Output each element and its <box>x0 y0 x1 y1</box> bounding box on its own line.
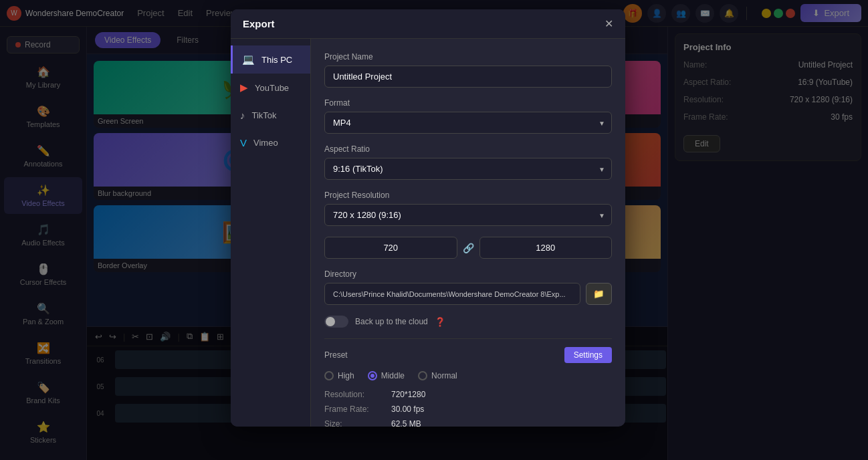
project-name-label: Project Name <box>324 52 612 62</box>
width-input[interactable] <box>324 237 457 259</box>
radio-middle[interactable]: Middle <box>368 371 405 380</box>
radio-normal[interactable]: Normal <box>418 371 457 380</box>
form-format: Format MP4 MOV AVI <box>324 98 612 134</box>
radio-middle-circle <box>368 371 377 380</box>
form-project-name: Project Name <box>324 52 612 88</box>
form-dimensions: 🔗 <box>324 237 612 259</box>
aspect-ratio-select[interactable]: 9:16 (TikTok) 16:9 (YouTube) 1:1 <box>324 158 612 180</box>
dialog-sidebar: 💻 This PC ▶ YouTube ♪ TikTok V Vimeo <box>231 39 311 427</box>
form-aspect-ratio: Aspect Ratio 9:16 (TikTok) 16:9 (YouTube… <box>324 144 612 180</box>
format-select-wrapper: MP4 MOV AVI <box>324 112 612 134</box>
aspect-ratio-select-wrapper: 9:16 (TikTok) 16:9 (YouTube) 1:1 <box>324 158 612 180</box>
resolution-info-value: 720*1280 <box>391 390 425 399</box>
directory-input[interactable] <box>324 283 580 305</box>
dialog-close-button[interactable]: ✕ <box>605 17 613 30</box>
dimension-row: 🔗 <box>324 237 612 259</box>
dialog-main-form: Project Name Format MP4 MOV AVI <box>311 39 625 427</box>
dialog-body: 💻 This PC ▶ YouTube ♪ TikTok V Vimeo <box>231 39 625 427</box>
toggle-knob <box>326 317 335 326</box>
size-info-value: 62.5 MB <box>391 419 421 427</box>
form-directory: Directory 📁 <box>324 269 612 305</box>
directory-label: Directory <box>324 269 612 279</box>
project-name-input[interactable] <box>324 66 612 88</box>
info-frame-rate-row: Frame Rate: 30.00 fps <box>324 405 612 414</box>
directory-row: 📁 <box>324 283 612 305</box>
radio-high[interactable]: High <box>324 371 354 380</box>
height-input[interactable] <box>479 237 613 259</box>
backup-label: Back up to the cloud <box>355 317 428 326</box>
radio-high-circle <box>324 371 334 380</box>
size-info-label: Size: <box>324 419 391 427</box>
format-label: Format <box>324 98 612 108</box>
radio-middle-label: Middle <box>381 371 405 380</box>
export-dialog: Export ✕ 💻 This PC ▶ YouTube ♪ TikTok <box>231 9 625 427</box>
help-icon[interactable]: ❓ <box>435 317 445 327</box>
frame-rate-info-value: 30.00 fps <box>391 405 424 414</box>
radio-normal-circle <box>418 371 427 380</box>
form-resolution: Project Resolution 720 x 1280 (9:16) 108… <box>324 191 612 226</box>
tiktok-icon: ♪ <box>240 110 245 121</box>
settings-button[interactable]: Settings <box>564 347 612 363</box>
preset-header: Preset Settings <box>324 347 612 363</box>
resolution-label: Project Resolution <box>324 191 612 200</box>
radio-normal-label: Normal <box>431 371 457 380</box>
link-dimensions-icon[interactable]: 🔗 <box>463 243 474 253</box>
resolution-select[interactable]: 720 x 1280 (9:16) 1080 x 1920 (9:16) <box>324 204 612 226</box>
backup-toggle[interactable] <box>324 316 348 328</box>
aspect-ratio-label: Aspect Ratio <box>324 144 612 154</box>
info-size-row: Size: 62.5 MB <box>324 419 612 427</box>
info-resolution-row: Resolution: 720*1280 <box>324 390 612 399</box>
preset-label: Preset <box>324 350 348 360</box>
backup-row: Back up to the cloud ❓ <box>324 316 612 328</box>
dialog-nav-this-pc[interactable]: 💻 This PC <box>231 45 310 74</box>
dialog-title: Export <box>243 18 275 29</box>
dialog-nav-youtube[interactable]: ▶ YouTube <box>231 74 310 102</box>
format-select[interactable]: MP4 MOV AVI <box>324 112 612 134</box>
form-preset: Preset Settings High Middle <box>324 347 612 427</box>
dialog-nav-vimeo[interactable]: V Vimeo <box>231 129 310 156</box>
frame-rate-info-label: Frame Rate: <box>324 405 391 414</box>
resolution-info-label: Resolution: <box>324 390 391 399</box>
youtube-icon: ▶ <box>240 82 248 94</box>
preset-radio-group: High Middle Normal <box>324 371 612 380</box>
radio-high-label: High <box>338 371 354 380</box>
vimeo-icon: V <box>240 137 247 148</box>
form-divider <box>324 338 612 339</box>
this-pc-icon: 💻 <box>242 53 255 66</box>
dialog-nav-tiktok[interactable]: ♪ TikTok <box>231 102 310 129</box>
resolution-select-wrapper: 720 x 1280 (9:16) 1080 x 1920 (9:16) <box>324 204 612 226</box>
form-backup: Back up to the cloud ❓ <box>324 316 612 328</box>
browse-directory-button[interactable]: 📁 <box>586 283 612 305</box>
dialog-header: Export ✕ <box>231 9 625 39</box>
